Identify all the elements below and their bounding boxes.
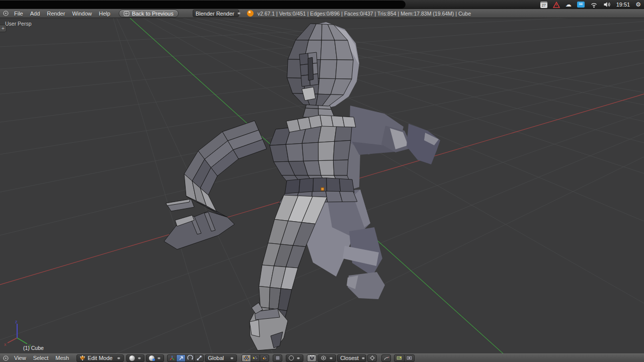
snap-target-dropdown[interactable]: Closest [337, 354, 366, 362]
snap-crosshair-icon [369, 355, 375, 361]
spinner-arrows-icon [157, 355, 161, 361]
editor-type-icon-3dview[interactable] [2, 354, 10, 361]
blender-window: 27 ☁ ✉ 19:51 ⚙ File Add Ren [0, 0, 644, 362]
face-select-button[interactable] [260, 354, 269, 362]
spinner-arrows-icon [230, 355, 234, 361]
calendar-indicator[interactable]: 27 [540, 2, 547, 8]
orientation-dropdown[interactable]: Global [205, 354, 237, 362]
edge-select-icon [253, 355, 259, 361]
opengl-render-image-button[interactable] [394, 354, 405, 362]
menu-view[interactable]: View [11, 355, 30, 361]
engine-label: Blender Render [196, 11, 234, 17]
view-label: User Persp [5, 21, 32, 27]
spinner-arrows-icon [296, 355, 300, 361]
spinner-arrows-icon [361, 355, 363, 361]
shading-solid-icon [129, 355, 135, 361]
render-still-icon [396, 355, 403, 361]
mode-label: Edit Mode [88, 355, 114, 361]
viewport-region: User Persp + (1) Cube x y z [0, 18, 644, 353]
rotate-arc-icon [187, 355, 193, 361]
edge-select-button[interactable] [251, 354, 260, 362]
tool-header: View Select Mesh Edit Mode [0, 353, 644, 362]
active-window-area [0, 1, 406, 9]
manipulator-toggle-button[interactable] [167, 354, 177, 362]
back-icon [124, 11, 129, 16]
opengl-render-anim-button[interactable] [404, 354, 415, 362]
rotate-manipulator-button[interactable] [185, 354, 195, 362]
volume-icon[interactable] [603, 2, 611, 8]
stats-text: v2.67.1 | Verts:0/451 | Edges:0/896 | Fa… [258, 11, 471, 17]
snap-mode-label: Closest [340, 355, 359, 361]
mode-dropdown[interactable]: Edit Mode [76, 354, 124, 362]
network-wifi-icon[interactable] [590, 2, 598, 8]
warning-icon[interactable] [553, 2, 560, 8]
edit-mode-icon [79, 355, 86, 361]
menu-window[interactable]: Window [68, 11, 95, 17]
axis-y-label: y [29, 343, 31, 348]
proportional-edit-icon [289, 355, 294, 360]
blender-logo [247, 10, 254, 17]
limit-selection-visible-button[interactable] [273, 354, 282, 362]
orientation-label: Global [208, 355, 227, 361]
axis-gizmo: x y z [2, 320, 33, 351]
spinner-arrows-icon [329, 355, 333, 361]
snap-align-rotation-button[interactable] [381, 354, 391, 362]
viewport-canvas[interactable] [0, 18, 644, 353]
cloud-sync-icon[interactable]: ☁ [566, 2, 572, 8]
spinner-arrows-icon [117, 355, 121, 361]
viewport-shading-dropdown[interactable] [126, 354, 144, 362]
snap-element-dropdown[interactable] [317, 354, 336, 362]
desktop-panel: 27 ☁ ✉ 19:51 ⚙ [0, 0, 644, 9]
snap-element-icon [320, 355, 327, 361]
spinner-arrows-icon [137, 355, 141, 361]
occlude-geometry-icon [275, 355, 281, 361]
messaging-icon[interactable]: ✉ [577, 2, 585, 8]
face-select-icon [262, 355, 268, 361]
vertex-select-button[interactable] [242, 354, 251, 362]
render-anim-icon [406, 355, 413, 361]
editor-type-icon[interactable] [2, 10, 10, 17]
menu-select[interactable]: Select [30, 355, 52, 361]
proportional-edit-dropdown[interactable] [286, 354, 303, 362]
engine-dropdown[interactable]: Blender Render [193, 10, 239, 17]
align-rotation-icon [383, 355, 389, 361]
vertex-select-icon [244, 355, 250, 361]
clock-label[interactable]: 19:51 [616, 2, 630, 8]
scale-arrow-icon [196, 355, 202, 361]
back-label: Back to Previous [132, 11, 174, 17]
pivot-dot-icon [152, 358, 155, 361]
back-to-previous-button[interactable]: Back to Previous [119, 10, 179, 18]
menu-add[interactable]: Add [27, 11, 44, 17]
system-tray: 27 ☁ ✉ 19:51 ⚙ [540, 0, 641, 9]
region-plus-tab[interactable]: + [0, 25, 7, 32]
translate-manipulator-button[interactable] [176, 354, 186, 362]
snap-peel-button[interactable] [367, 354, 377, 362]
menu-mesh[interactable]: Mesh [52, 355, 72, 361]
magnet-icon [309, 355, 315, 361]
manipulator-axes-icon [169, 355, 175, 361]
menu-render[interactable]: Render [43, 11, 68, 17]
menu-file[interactable]: File [11, 11, 27, 17]
pivot-point-dropdown[interactable] [146, 354, 164, 362]
translate-arrow-icon [178, 355, 184, 361]
session-gear-icon[interactable]: ⚙ [635, 2, 641, 8]
axis-z-label: z [15, 320, 18, 324]
snap-toggle-button[interactable] [307, 354, 316, 362]
axis-x-label: x [4, 342, 7, 347]
menu-help[interactable]: Help [96, 11, 114, 17]
info-header: File Add Render Window Help Back to Prev… [0, 9, 644, 18]
scale-manipulator-button[interactable] [194, 354, 204, 362]
